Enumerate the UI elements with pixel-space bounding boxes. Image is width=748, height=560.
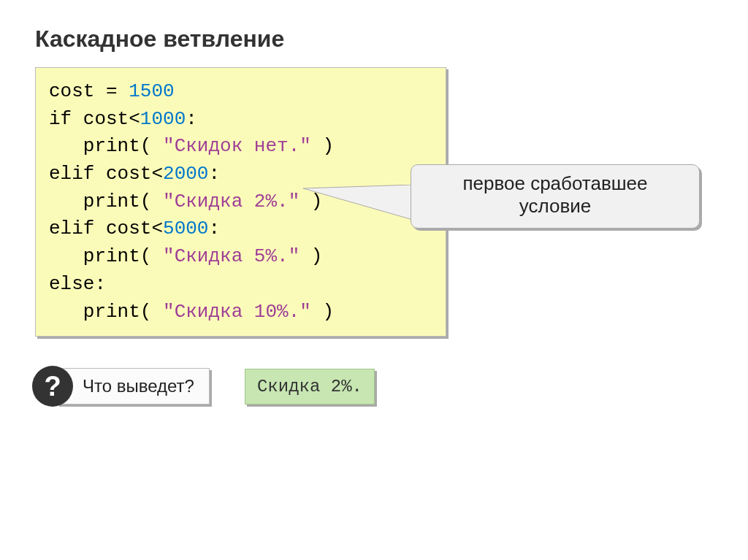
code-op: < [151,218,163,239]
code-text: : [208,163,220,185]
question-label: Что выведет? [57,368,210,404]
code-line-5: print( "Скидка 2%." ) [49,188,432,216]
answer-box: Скидка 2%. [245,369,375,404]
slide-title: Каскадное ветвление [35,26,713,53]
code-op: < [151,163,163,185]
code-text: ) [299,245,322,267]
question-row: ? Что выведет? Скидка 2%. [35,366,713,407]
code-text: : [186,108,197,130]
code-text: print( [49,135,163,157]
code-line-3: print( "Скидок нет." ) [49,133,432,161]
question-mark-icon: ? [32,366,73,407]
code-text: print( [49,301,163,323]
code-line-8: else: [49,271,432,299]
code-number: 2000 [163,163,208,185]
code-text: elif cost [49,218,151,239]
callout-line-1: первое сработавшее [423,172,687,195]
code-line-7: print( "Скидка 5%." ) [49,243,432,271]
code-line-9: print( "Скидка 10%." ) [49,299,432,326]
code-number: 1000 [140,108,186,130]
code-text: cost = [49,80,129,102]
callout-box: первое сработавшее условие [411,164,700,229]
code-text: if cost [49,108,129,130]
code-text: : [208,218,220,239]
code-text: elif cost [49,163,151,185]
callout-line-2: условие [423,195,687,218]
code-text: ) [311,301,334,323]
code-string: "Скидка 2%." [163,191,299,212]
code-line-1: cost = 1500 [49,78,432,106]
code-line-2: if cost<1000: [49,106,432,134]
code-string: "Скидка 5%." [163,245,299,267]
code-text: print( [49,191,163,212]
code-line-4: elif cost<2000: [49,161,432,188]
code-text: else: [49,273,106,295]
code-string: "Скидка 10%." [163,301,311,323]
code-number: 1500 [129,80,174,102]
code-block: cost = 1500 if cost<1000: print( "Скидок… [35,67,446,337]
code-text: print( [49,245,163,267]
code-number: 5000 [163,218,208,239]
code-string: "Скидок нет." [163,135,311,157]
code-text: ) [311,135,334,157]
code-text: ) [299,191,322,212]
code-line-6: elif cost<5000: [49,215,432,243]
code-op: < [129,108,140,130]
